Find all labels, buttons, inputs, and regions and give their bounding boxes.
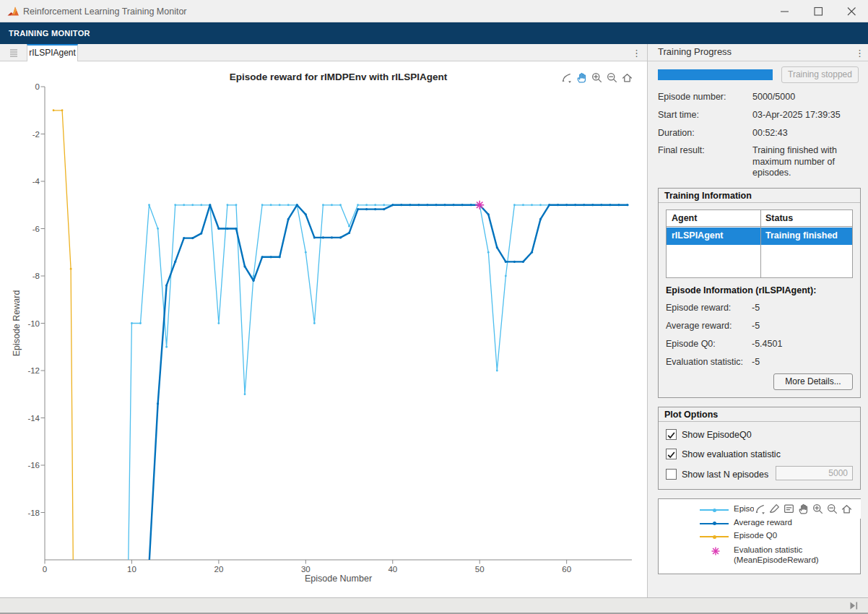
zoom-in-icon[interactable]: [591, 72, 603, 84]
legend-marker-dot: [713, 522, 716, 525]
menu-icon[interactable]: [9, 48, 18, 57]
agent-cell: rILSPIAgent: [672, 230, 724, 241]
checkbox-checked[interactable]: [666, 429, 677, 440]
legend-label: Episode Q0: [734, 531, 853, 541]
chart-title: Episode reward for rIMDPEnv with rILSPIA…: [230, 72, 448, 82]
info-label: Final result:: [658, 145, 705, 155]
minimize-button[interactable]: [777, 4, 793, 19]
table-column-divider: [760, 210, 761, 277]
datatip-icon[interactable]: [783, 503, 795, 515]
x-tick-label: 50: [475, 565, 485, 574]
col-header-agent: Agent: [672, 213, 697, 223]
panel-options-ellipsis-icon[interactable]: ⋮: [855, 48, 864, 59]
y-tick-label: -10: [27, 319, 40, 328]
checkbox-label: Show evaluation statistic: [682, 449, 781, 459]
info-label: Duration:: [658, 128, 695, 138]
tab-rilspiagent[interactable]: rILSPIAgent: [27, 44, 78, 62]
plot-options-panel: Plot Options Show EpisodeQ0Show evaluati…: [658, 407, 861, 490]
episode-info-value: -5: [752, 303, 760, 313]
episode-reward-line: [53, 205, 628, 597]
y-tick-label: -8: [32, 272, 40, 280]
episode-info-label: Evaluation statistic:: [666, 357, 743, 367]
home-icon[interactable]: [621, 72, 633, 84]
status-bar: [0, 597, 868, 614]
y-tick-label: -14: [27, 414, 40, 423]
episode-info-label: Episode reward:: [666, 303, 731, 313]
average-reward-line: [53, 205, 628, 597]
x-axis-label: Episode Number: [305, 574, 372, 584]
pan-icon[interactable]: [576, 72, 588, 84]
zoom-in-icon[interactable]: [812, 503, 824, 515]
document-tabbar: [0, 44, 868, 61]
y-axis-label: Episode Reward: [12, 290, 22, 357]
ribbon-tab-training-monitor[interactable]: TRAINING MONITOR: [9, 29, 90, 38]
episode-info-label: Average reward:: [666, 321, 732, 331]
training-stopped-button[interactable]: Training stopped: [781, 66, 859, 83]
zoom-out-icon[interactable]: [606, 72, 618, 84]
x-tick-label: 30: [301, 565, 311, 574]
training-information-panel: Training Information Agent Status rILSPI…: [658, 188, 861, 398]
x-tick-label: 10: [127, 565, 136, 574]
checkbox-unchecked[interactable]: [666, 469, 677, 480]
skip-to-end-icon[interactable]: [849, 602, 859, 610]
col-header-status: Status: [765, 213, 793, 223]
info-value: Training finished with maximum number of…: [752, 145, 862, 179]
agent-status-table: Agent Status rILSPIAgent Training finish…: [666, 209, 853, 278]
evaluation-statistic-marker: [475, 201, 484, 209]
checkmark-icon: [667, 431, 676, 440]
y-tick-label: -2: [32, 130, 40, 139]
info-value: 5000/5000: [752, 92, 862, 103]
checkbox-label: Show last N episodes: [682, 470, 768, 480]
episode-info-value: -5: [752, 321, 760, 331]
matlab-logo-icon: [6, 4, 20, 18]
plot-options-title: Plot Options: [664, 410, 718, 420]
legend-line-sample: [700, 523, 729, 524]
axes-toolbar: [560, 72, 633, 84]
episode-info-value: -5.4501: [752, 339, 782, 349]
info-value: 00:52:43: [752, 128, 862, 139]
export-icon[interactable]: [754, 503, 766, 515]
legend-line-sample: [700, 509, 729, 511]
y-tick-label: -16: [27, 461, 40, 470]
y-tick-label: -4: [32, 177, 40, 186]
checkmark-icon: [667, 450, 676, 459]
checkbox-checked[interactable]: [666, 449, 677, 459]
training-progress-panel-title: Training Progress: [658, 46, 732, 57]
home-icon[interactable]: [841, 503, 853, 515]
export-icon[interactable]: [560, 72, 573, 84]
chart-document: 0-2-4-6-8-10-12-14-16-180102030405060Epi…: [0, 61, 647, 597]
legend-marker-dot: [713, 535, 716, 539]
episode-info-label: Episode Q0:: [666, 339, 716, 349]
divider: [659, 421, 860, 422]
last-n-episodes-input[interactable]: [776, 466, 853, 480]
reward-chart[interactable]: 0-2-4-6-8-10-12-14-16-180102030405060Epi…: [0, 61, 647, 597]
zoom-out-icon[interactable]: [826, 503, 838, 515]
info-label: Episode number:: [658, 92, 726, 102]
training-information-title: Training Information: [664, 191, 752, 201]
maximize-button[interactable]: [810, 4, 826, 19]
table-header-row: Agent Status: [667, 210, 852, 227]
y-tick-label: -12: [27, 366, 40, 375]
training-progress-bar: [658, 69, 773, 80]
info-value: 03-Apr-2025 17:39:35: [752, 110, 862, 121]
legend-label: Average reward: [734, 518, 853, 528]
more-details-button[interactable]: More Details...: [773, 373, 853, 390]
divider: [659, 202, 860, 203]
legend-line-sample: [700, 536, 729, 537]
close-button[interactable]: [843, 4, 859, 19]
legend-label: Evaluation statistic (MeanEpisodeReward): [734, 545, 853, 565]
episode-info-value: -5: [752, 357, 760, 367]
y-tick-label: -6: [32, 225, 40, 233]
tab-options-ellipsis-icon[interactable]: ⋮: [632, 48, 641, 59]
y-tick-label: -18: [27, 509, 40, 517]
brush-icon[interactable]: [768, 503, 781, 515]
titlebar: Reinforcement Learning Training Monitor: [0, 0, 868, 22]
x-tick-label: 0: [43, 565, 47, 574]
episode-information-heading: Episode Information (rILSPIAgent):: [666, 285, 816, 295]
table-row[interactable]: rILSPIAgent Training finished: [667, 228, 852, 245]
x-tick-label: 20: [214, 565, 223, 574]
checkbox-label: Show EpisodeQ0: [682, 430, 752, 440]
info-label: Start time:: [658, 110, 699, 120]
legend-marker-dot: [713, 509, 716, 512]
pan-icon[interactable]: [797, 503, 810, 515]
